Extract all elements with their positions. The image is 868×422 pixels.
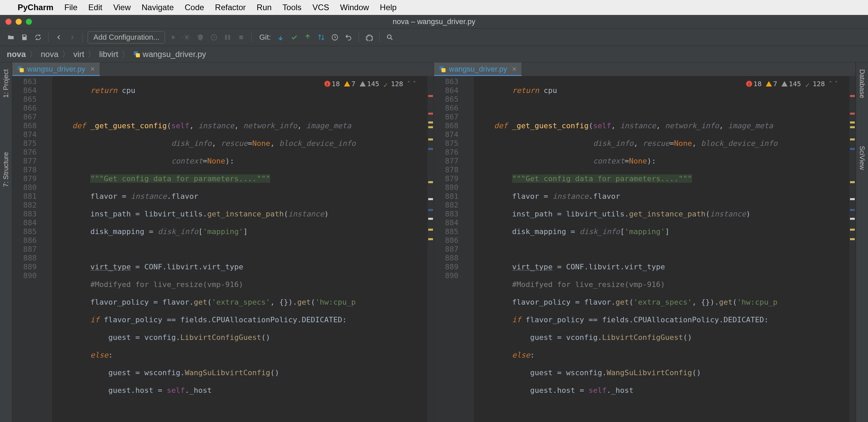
- editor-tab[interactable]: wangsu_driver.py ✕: [434, 62, 522, 76]
- python-file-icon: [133, 51, 141, 58]
- next-highlight-icon[interactable]: ˅: [835, 79, 838, 88]
- error-stripe[interactable]: [849, 76, 855, 422]
- tab-filename: wangsu_driver.py: [27, 65, 85, 74]
- menu-file[interactable]: File: [64, 3, 77, 12]
- weak-warning-icon: [781, 81, 788, 87]
- tabbar: wangsu_driver.py ✕: [12, 62, 434, 76]
- inspection-indicators[interactable]: 18 7 145 ✓128 ˄˅: [745, 79, 839, 89]
- toolwindow-structure[interactable]: 7: Structure: [2, 152, 10, 187]
- run-config-dropdown[interactable]: Add Configuration...: [88, 31, 165, 43]
- line-number-gutter[interactable]: 863 864 865 866 867 868 874 875 876 877 …: [434, 76, 465, 422]
- fold-gutter[interactable]: [465, 76, 473, 422]
- concurrency-icon[interactable]: [222, 32, 233, 43]
- menu-edit[interactable]: Edit: [88, 3, 102, 12]
- settings-icon[interactable]: [364, 32, 375, 43]
- crumb-root[interactable]: nova: [7, 50, 26, 59]
- main-toolbar: Add Configuration... Git:: [0, 28, 868, 46]
- debug-icon[interactable]: [181, 32, 192, 43]
- error-stripe[interactable]: [428, 76, 434, 422]
- window-zoom-icon[interactable]: [26, 19, 32, 25]
- editor-pane-right: wangsu_driver.py ✕ 18 7 145 ✓128 ˄˅ 863 …: [434, 62, 856, 422]
- svg-point-6: [387, 35, 391, 38]
- editor-body[interactable]: 18 7 145 ✓128 ˄˅ 863 864 865 866 867 868…: [12, 76, 434, 422]
- window-title: nova – wangsu_driver.py: [393, 17, 475, 26]
- close-tab-icon[interactable]: ✕: [512, 65, 517, 73]
- sync-icon[interactable]: [33, 32, 43, 43]
- coverage-icon[interactable]: [195, 32, 206, 43]
- editor-split: wangsu_driver.py ✕ 18 7 145 ✓128 ˄˅ 863 …: [12, 62, 856, 422]
- tabbar: wangsu_driver.py ✕: [434, 62, 855, 76]
- typo-icon: ✓: [805, 81, 811, 87]
- chevron-right-icon: 〉: [122, 49, 130, 60]
- fold-gutter[interactable]: [43, 76, 52, 422]
- profile-icon[interactable]: [209, 32, 219, 43]
- menu-code[interactable]: Code: [185, 3, 204, 12]
- crumb-filename: wangsu_driver.py: [143, 50, 206, 59]
- back-icon[interactable]: [53, 32, 64, 43]
- close-tab-icon[interactable]: ✕: [90, 65, 95, 73]
- typo-icon: ✓: [383, 81, 390, 87]
- chevron-right-icon: 〉: [62, 49, 70, 60]
- menu-view[interactable]: View: [113, 3, 131, 12]
- git-commit-icon[interactable]: [289, 32, 300, 43]
- crumb-2[interactable]: virt: [73, 50, 84, 59]
- window-minimize-icon[interactable]: [16, 19, 22, 25]
- git-label: Git:: [259, 33, 271, 42]
- window-close-icon[interactable]: [5, 19, 12, 25]
- menu-vcs[interactable]: VCS: [312, 3, 329, 12]
- git-compare-icon[interactable]: [316, 32, 327, 43]
- warning-icon: [766, 81, 772, 87]
- toolwindow-database[interactable]: Database: [858, 69, 866, 98]
- git-history-icon[interactable]: [329, 32, 340, 43]
- next-highlight-icon[interactable]: ˅: [413, 79, 416, 88]
- git-rollback-icon[interactable]: [343, 32, 354, 43]
- inspection-indicators[interactable]: 18 7 145 ✓128 ˄˅: [323, 79, 417, 89]
- editor-tab[interactable]: wangsu_driver.py ✕: [12, 62, 100, 76]
- error-icon: [746, 81, 752, 87]
- error-icon: [324, 81, 330, 87]
- toolwindow-project[interactable]: 1: Project: [2, 69, 10, 98]
- weak-warning-icon: [360, 81, 366, 87]
- svg-rect-2: [225, 35, 227, 40]
- menubar-app[interactable]: PyCharm: [18, 3, 53, 12]
- prev-highlight-icon[interactable]: ˄: [407, 79, 410, 88]
- toolwindow-sciview[interactable]: SciView: [858, 146, 866, 170]
- right-toolstrip: Database SciView: [856, 62, 868, 422]
- menu-navigate[interactable]: Navigate: [142, 3, 174, 12]
- stop-icon[interactable]: [236, 32, 247, 43]
- code-area[interactable]: return cpu def _get_guest_config(self, i…: [52, 76, 428, 422]
- menu-help[interactable]: Help: [380, 3, 397, 12]
- svg-rect-4: [239, 35, 243, 39]
- forward-icon[interactable]: [67, 32, 78, 43]
- open-folder-icon[interactable]: [5, 32, 16, 43]
- warning-icon: [344, 81, 350, 87]
- menu-refactor[interactable]: Refactor: [215, 3, 246, 12]
- left-toolstrip: 1: Project 7: Structure: [0, 62, 12, 422]
- crumb-file[interactable]: wangsu_driver.py: [133, 50, 206, 59]
- save-all-icon[interactable]: [19, 32, 30, 43]
- crumb-3[interactable]: libvirt: [99, 50, 118, 59]
- crumb-1[interactable]: nova: [41, 50, 58, 59]
- svg-rect-3: [228, 35, 230, 40]
- git-update-icon[interactable]: [275, 32, 286, 43]
- line-number-gutter[interactable]: 863 864 865 866 867 868 874 875 876 877 …: [12, 76, 43, 422]
- prev-highlight-icon[interactable]: ˄: [829, 79, 832, 88]
- run-icon[interactable]: [168, 32, 179, 43]
- chevron-right-icon: 〉: [88, 49, 96, 60]
- mac-menubar: PyCharm File Edit View Navigate Code Ref…: [0, 0, 868, 15]
- window-titlebar: nova – wangsu_driver.py: [0, 15, 868, 28]
- search-icon[interactable]: [384, 32, 395, 43]
- menu-run[interactable]: Run: [257, 3, 272, 12]
- python-file-icon: [439, 65, 446, 73]
- svg-point-0: [186, 36, 188, 38]
- chevron-right-icon: 〉: [29, 49, 37, 60]
- editor-pane-left: wangsu_driver.py ✕ 18 7 145 ✓128 ˄˅ 863 …: [12, 62, 434, 422]
- main-area: 1: Project 7: Structure wangsu_driver.py…: [0, 62, 868, 422]
- breadcrumb: nova 〉 nova 〉 virt 〉 libvirt 〉 wangsu_dr…: [0, 46, 868, 62]
- git-push-icon[interactable]: [302, 32, 313, 43]
- menu-tools[interactable]: Tools: [283, 3, 302, 12]
- code-area[interactable]: return cpu def _get_guest_config(self, i…: [473, 76, 849, 422]
- tab-filename: wangsu_driver.py: [449, 65, 507, 74]
- editor-body[interactable]: 18 7 145 ✓128 ˄˅ 863 864 865 866 867 868…: [434, 76, 855, 422]
- menu-window[interactable]: Window: [340, 3, 369, 12]
